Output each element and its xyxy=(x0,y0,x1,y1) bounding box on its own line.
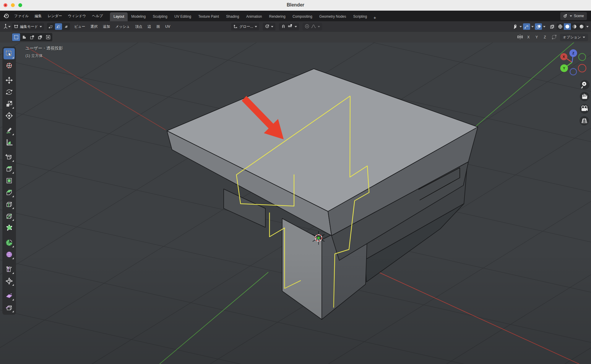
mirror-z-toggle[interactable]: Z xyxy=(542,34,548,40)
blender-logo-icon[interactable] xyxy=(3,12,9,20)
menu-window[interactable]: ウィンドウ xyxy=(65,11,89,21)
add-workspace-button[interactable]: + xyxy=(371,14,379,21)
tool-cursor[interactable] xyxy=(4,60,15,71)
show-object-types-button[interactable] xyxy=(511,23,518,30)
tab-sculpting[interactable]: Sculpting xyxy=(149,12,171,21)
viewport-3d[interactable]: X Y Z xyxy=(0,0,591,364)
tool-submenu-indicator xyxy=(12,57,14,58)
snap-to-icon[interactable] xyxy=(287,24,293,30)
tool-measure[interactable] xyxy=(4,137,15,148)
select-mode-invert-button[interactable] xyxy=(36,33,44,41)
scene-selector[interactable]: Scene xyxy=(560,12,587,20)
chevron-down-icon xyxy=(586,26,589,29)
tab-scripting[interactable]: Scripting xyxy=(350,12,371,21)
mirror-butterfly-icon[interactable] xyxy=(517,34,523,40)
viewport-menu-select[interactable]: 選択 xyxy=(88,24,100,29)
shading-solid-button[interactable] xyxy=(564,23,571,30)
svg-text:X: X xyxy=(563,55,565,58)
tab-texture-paint[interactable]: Texture Paint xyxy=(195,12,223,21)
pan-button[interactable] xyxy=(580,92,589,101)
viewport-menu-add[interactable]: 追加 xyxy=(100,24,113,29)
window-title: Blender xyxy=(0,2,591,8)
mirror-y-toggle[interactable]: Y xyxy=(533,34,540,40)
menu-edit[interactable]: 編集 xyxy=(32,11,45,21)
tool-shear[interactable] xyxy=(4,290,15,301)
tool-rip-region[interactable] xyxy=(4,302,15,313)
tool-select-box[interactable] xyxy=(4,48,15,59)
tool-submenu-indicator xyxy=(12,107,14,109)
top-menubar: ファイル 編集 レンダー ウィンドウ ヘルプ Layout Modeling S… xyxy=(0,11,591,21)
zoom-button[interactable] xyxy=(580,80,590,89)
workspace-tabs: Layout Modeling Sculpting UV Editing Tex… xyxy=(110,11,379,21)
tool-transform[interactable] xyxy=(4,110,15,121)
snap-toggle-magnet-icon[interactable] xyxy=(281,24,286,30)
chevron-down-icon xyxy=(40,26,42,29)
viewport-menu-uv[interactable]: UV xyxy=(163,25,173,29)
tool-inset-faces[interactable] xyxy=(4,175,15,186)
tab-compositing[interactable]: Compositing xyxy=(289,12,316,21)
mode-selector[interactable]: 編集モード xyxy=(12,23,44,30)
select-mode-set-button[interactable] xyxy=(12,33,20,41)
tab-geometry-nodes[interactable]: Geometry Nodes xyxy=(316,12,350,21)
tool-submenu-indicator xyxy=(12,272,14,274)
viewport-menu-mesh[interactable]: メッシュ xyxy=(113,24,132,29)
tool-annotate[interactable] xyxy=(4,125,15,136)
tool-edge-slide[interactable] xyxy=(4,264,15,275)
tab-uv-editing[interactable]: UV Editing xyxy=(171,12,195,21)
chevron-down-icon xyxy=(531,26,534,29)
tool-spin[interactable] xyxy=(4,237,15,248)
shading-mode-group xyxy=(557,23,585,30)
tool-loop-cut[interactable] xyxy=(4,199,15,210)
orthographic-toggle-button[interactable] xyxy=(579,116,589,125)
camera-view-button[interactable] xyxy=(580,104,589,114)
tool-submenu-indicator xyxy=(12,311,14,312)
viewport-menu-view[interactable]: ビュー xyxy=(72,24,88,29)
orientation-axes-icon xyxy=(233,24,238,30)
select-mode-extend-button[interactable] xyxy=(20,33,28,41)
tool-options-dropdown[interactable]: オプション xyxy=(560,34,588,41)
tool-move[interactable] xyxy=(4,75,15,86)
tool-smooth[interactable] xyxy=(4,249,15,260)
menu-help[interactable]: ヘルプ xyxy=(89,11,106,21)
pivot-point-selector[interactable] xyxy=(263,23,275,30)
tool-poly-build[interactable] xyxy=(4,222,15,234)
chevron-down-icon xyxy=(271,26,273,29)
select-mode-subtract-button[interactable] xyxy=(28,33,36,41)
tool-extrude-region[interactable] xyxy=(4,163,15,174)
mirror-x-toggle[interactable]: X xyxy=(525,34,532,40)
tool-knife[interactable] xyxy=(4,210,15,222)
proportional-editing-icon[interactable] xyxy=(305,24,309,30)
tab-modeling[interactable]: Modeling xyxy=(128,12,149,21)
shading-rendered-button[interactable] xyxy=(578,23,585,30)
shading-wireframe-button[interactable] xyxy=(557,23,564,30)
shading-material-button[interactable] xyxy=(571,23,578,30)
menu-file[interactable]: ファイル xyxy=(11,11,32,21)
viewport-menu-edge[interactable]: 辺 xyxy=(145,24,154,29)
tool-rotate[interactable] xyxy=(4,86,15,98)
tab-animation[interactable]: Animation xyxy=(243,12,265,21)
select-mode-intersect-button[interactable] xyxy=(44,33,52,41)
toggle-xray-button[interactable] xyxy=(548,23,556,30)
tab-rendering[interactable]: Rendering xyxy=(266,12,289,21)
tool-bevel[interactable] xyxy=(4,187,15,198)
proportional-falloff-icon[interactable] xyxy=(311,24,316,30)
viewport-menu-face[interactable]: 面 xyxy=(154,24,163,29)
viewport-menu-vertex[interactable]: 頂点 xyxy=(132,24,145,29)
select-mode-vertex-button[interactable] xyxy=(47,23,54,30)
snap-base-icon[interactable] xyxy=(551,34,557,41)
tool-options-label: オプション xyxy=(563,35,581,40)
tool-submenu-indicator xyxy=(12,219,14,221)
editor-type-button[interactable] xyxy=(3,24,11,30)
transform-orientation-selector[interactable]: グロー... xyxy=(231,23,259,30)
select-mode-face-button[interactable] xyxy=(63,23,70,30)
tool-shrink-fatten[interactable] xyxy=(4,275,15,287)
tool-add-cube[interactable] xyxy=(4,151,15,163)
tab-layout[interactable]: Layout xyxy=(110,12,128,21)
menu-render[interactable]: レンダー xyxy=(45,11,65,21)
tab-shading[interactable]: Shading xyxy=(223,12,243,21)
gizmos-toggle-button[interactable] xyxy=(523,23,530,30)
tool-scale[interactable] xyxy=(4,98,15,110)
select-mode-edge-button[interactable] xyxy=(55,23,62,30)
overlays-toggle-button[interactable] xyxy=(535,23,542,30)
scene-icon xyxy=(563,13,568,19)
